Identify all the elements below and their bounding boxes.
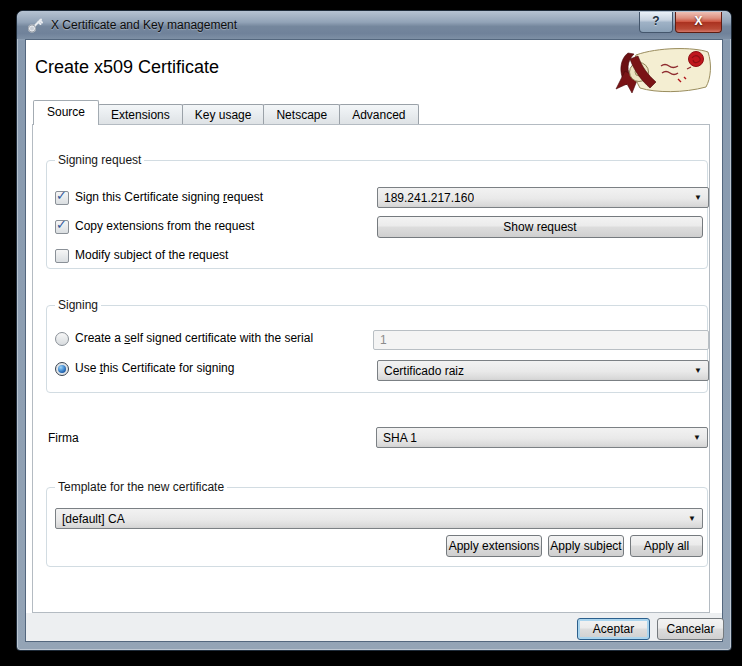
signing-group: Signing Create a self signed certificate… bbox=[46, 305, 708, 393]
tab-source[interactable]: Source bbox=[33, 100, 99, 125]
dialog-window: X Certificate and Key management ? X Cre… bbox=[16, 10, 732, 651]
tab-netscape[interactable]: Netscape bbox=[263, 104, 340, 125]
tab-bar: Source Extensions Key usage Netscape Adv… bbox=[33, 101, 418, 125]
xca-scroll-logo bbox=[614, 43, 716, 101]
serial-input[interactable] bbox=[373, 330, 709, 350]
signing-ca-select[interactable]: Certificado raiz ▼ bbox=[377, 360, 709, 381]
title-bar[interactable]: X Certificate and Key management ? X bbox=[17, 11, 731, 39]
checkmark-icon: ✓ bbox=[56, 217, 67, 232]
help-button[interactable]: ? bbox=[639, 12, 673, 33]
signature-algorithm-select[interactable]: SHA 1 ▼ bbox=[376, 427, 708, 448]
signing-request-group-label: Signing request bbox=[55, 153, 144, 167]
accept-button[interactable]: Aceptar bbox=[577, 618, 650, 640]
window-title: X Certificate and Key management bbox=[51, 18, 237, 32]
caption-buttons: ? X bbox=[639, 12, 722, 33]
modify-subject-label: Modify subject of the request bbox=[75, 248, 228, 262]
use-certificate-radio[interactable] bbox=[55, 362, 69, 376]
tab-key-usage[interactable]: Key usage bbox=[182, 104, 265, 125]
dropdown-arrow-icon: ▼ bbox=[694, 194, 702, 202]
use-certificate-label: Use this Certificate for signing bbox=[75, 361, 234, 375]
self-signed-label: Create a self signed certificate with th… bbox=[75, 331, 313, 345]
close-icon: X bbox=[694, 14, 702, 28]
template-group-label: Template for the new certificate bbox=[55, 480, 227, 494]
dialog-content: Create x509 Certificate Source Extension… bbox=[25, 39, 723, 642]
copy-extensions-checkbox[interactable]: ✓ bbox=[55, 220, 69, 234]
modify-subject-checkbox[interactable] bbox=[55, 249, 69, 263]
page-title: Create x509 Certificate bbox=[35, 57, 219, 78]
checkmark-icon: ✓ bbox=[56, 188, 67, 203]
signature-label: Firma bbox=[48, 431, 79, 445]
dropdown-arrow-icon: ▼ bbox=[688, 515, 696, 523]
dropdown-arrow-icon: ▼ bbox=[694, 367, 702, 375]
key-icon bbox=[27, 17, 44, 34]
tab-extensions[interactable]: Extensions bbox=[98, 104, 183, 125]
tab-advanced[interactable]: Advanced bbox=[339, 104, 418, 125]
template-select[interactable]: [default] CA ▼ bbox=[55, 508, 703, 529]
screen-background: { "window": { "title": "X Certificate an… bbox=[0, 0, 742, 666]
template-group: Template for the new certificate [defaul… bbox=[46, 487, 708, 567]
sign-csr-checkbox[interactable]: ✓ bbox=[55, 191, 69, 205]
apply-all-button[interactable]: Apply all bbox=[630, 535, 703, 557]
self-signed-radio[interactable] bbox=[55, 332, 69, 346]
signing-request-group: Signing request ✓ Sign this Certificate … bbox=[46, 160, 708, 269]
dropdown-arrow-icon: ▼ bbox=[693, 434, 701, 442]
show-request-button[interactable]: Show request bbox=[377, 216, 703, 238]
apply-subject-button[interactable]: Apply subject bbox=[548, 535, 624, 557]
csr-select[interactable]: 189.241.217.160 ▼ bbox=[377, 187, 709, 208]
sign-csr-label: Sign this Certificate signing request bbox=[75, 190, 263, 204]
tab-panel-source: Signing request ✓ Sign this Certificate … bbox=[32, 124, 710, 613]
signing-group-label: Signing bbox=[55, 298, 101, 312]
button-row: Aceptar Cancelar bbox=[26, 613, 722, 641]
cancel-button[interactable]: Cancelar bbox=[657, 618, 724, 640]
copy-extensions-label: Copy extensions from the request bbox=[75, 219, 254, 233]
help-icon: ? bbox=[652, 14, 659, 28]
apply-extensions-button[interactable]: Apply extensions bbox=[446, 535, 542, 557]
close-button[interactable]: X bbox=[675, 12, 722, 33]
